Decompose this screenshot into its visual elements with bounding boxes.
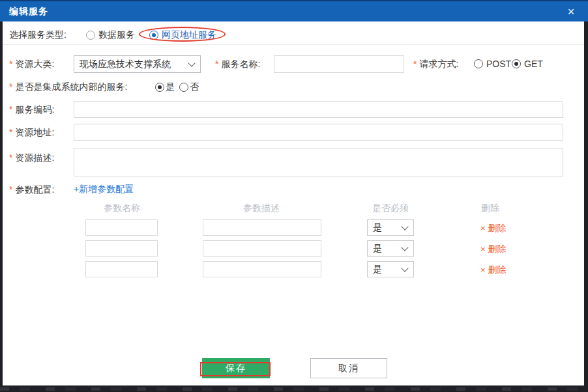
radio-selected-icon (155, 83, 164, 92)
param-required-value: 是 (373, 222, 382, 234)
param-desc-input[interactable] (203, 240, 321, 257)
chevron-down-icon (401, 264, 408, 272)
resource-address-label: *资源地址: (9, 127, 54, 139)
save-button[interactable]: 保存 (202, 358, 270, 378)
divider (3, 44, 584, 45)
param-name-header: 参数名称 (96, 203, 148, 214)
param-delete-header: 删除 (472, 203, 508, 214)
request-method-label: *请求方式: (413, 59, 458, 70)
required-marker: * (9, 59, 12, 69)
radio-circle-icon (179, 83, 188, 92)
radio-internal-yes-label: 是 (166, 81, 175, 93)
param-name-input[interactable] (85, 261, 158, 277)
param-required-select[interactable]: 是 (367, 219, 414, 236)
chevron-down-icon (188, 59, 195, 66)
close-icon[interactable]: × (563, 4, 579, 20)
radio-get[interactable]: GET (512, 59, 543, 69)
param-required-select[interactable]: 是 (367, 240, 414, 257)
internal-service-label: *是否是集成系统内部的服务: (9, 81, 127, 93)
cancel-button[interactable]: 取消 (310, 358, 387, 378)
param-name-input[interactable] (85, 219, 158, 236)
service-code-label: *服务编码: (9, 104, 54, 116)
delete-row-link[interactable]: ×删除 (480, 244, 507, 255)
radio-internal-yes[interactable]: 是 (155, 81, 175, 93)
resource-category-label: *资源大类: (9, 59, 54, 70)
radio-internal-no[interactable]: 否 (179, 81, 199, 93)
service-name-label: *服务名称: (215, 59, 260, 70)
chevron-down-icon (401, 244, 408, 251)
radio-internal-no-label: 否 (190, 81, 199, 93)
radio-selected-icon (512, 59, 521, 68)
radio-post[interactable]: POST (474, 59, 511, 69)
resource-category-value: 现场应急技术支撑系统 (80, 59, 171, 70)
param-required-value: 是 (373, 264, 382, 275)
radio-data-service-label: 数据服务 (98, 29, 135, 41)
x-icon: × (480, 223, 486, 233)
resource-category-select[interactable]: 现场应急技术支撑系统 (74, 55, 201, 73)
param-required-value: 是 (373, 243, 382, 255)
dialog-title: 编辑服务 (9, 6, 48, 18)
radio-post-label: POST (486, 59, 511, 69)
radio-circle-icon (474, 59, 483, 68)
service-code-input[interactable] (74, 101, 563, 118)
param-desc-header: 参数描述 (235, 203, 287, 214)
delete-row-link[interactable]: ×删除 (480, 264, 507, 276)
resource-address-input[interactable] (74, 124, 563, 141)
radio-selected-icon (149, 31, 158, 40)
param-required-header: 是否必须 (364, 203, 417, 214)
x-icon: × (480, 244, 486, 254)
radio-circle-icon (86, 31, 95, 40)
param-desc-input[interactable] (203, 261, 321, 277)
dialog-titlebar: 编辑服务 × (0, 0, 588, 21)
chevron-down-icon (401, 223, 408, 230)
radio-data-service[interactable]: 数据服务 (86, 29, 135, 41)
radio-web-address-service-label: 网页地址服务 (162, 29, 216, 41)
service-name-input[interactable] (274, 55, 404, 73)
radio-get-label: GET (524, 59, 543, 69)
x-icon: × (480, 265, 486, 275)
resource-description-textarea[interactable] (74, 148, 563, 176)
param-required-select[interactable]: 是 (367, 261, 414, 277)
param-name-input[interactable] (85, 240, 158, 257)
param-config-label: *参数配置: (9, 184, 54, 196)
delete-row-link[interactable]: ×删除 (480, 223, 507, 234)
radio-web-address-service[interactable]: 网页地址服务 (149, 29, 216, 41)
service-type-label: 选择服务类型: (9, 29, 66, 41)
add-param-link[interactable]: +新增参数配置 (74, 184, 134, 195)
background-page-remnant (0, 387, 588, 391)
resource-description-label: *资源描述: (9, 152, 54, 164)
dialog-body: 选择服务类型: 数据服务 网页地址服务 *资源大类: 现场应急技术支撑系统 *服… (3, 21, 584, 385)
param-desc-input[interactable] (203, 219, 321, 236)
